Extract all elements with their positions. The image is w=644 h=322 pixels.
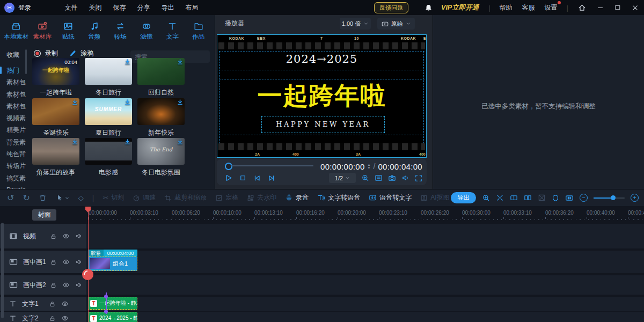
- maximize-button[interactable]: [614, 4, 621, 11]
- tab-stickers[interactable]: 贴纸: [56, 21, 80, 41]
- record-button[interactable]: 录制: [33, 49, 58, 58]
- overlay-main-text[interactable]: 一起跨年啦: [217, 79, 426, 113]
- keyframe-button[interactable]: ◇: [78, 194, 84, 202]
- download-icon[interactable]: [177, 99, 184, 106]
- category-item[interactable]: 素材包: [0, 76, 28, 88]
- material-card[interactable]: 冬日旅行: [85, 58, 132, 97]
- pip-clip-group1[interactable]: 组合1: [88, 257, 137, 271]
- category-hot[interactable]: 热门: [0, 64, 28, 76]
- link-keyframe-dot[interactable]: [104, 295, 108, 298]
- display-mode-icon[interactable]: [375, 174, 383, 182]
- download-icon[interactable]: [177, 138, 184, 145]
- mute-icon[interactable]: [75, 281, 83, 289]
- download-icon[interactable]: [124, 138, 131, 145]
- shield-icon[interactable]: [552, 194, 559, 202]
- track-header-pip1[interactable]: 画中画1: [0, 251, 86, 273]
- home-button[interactable]: [578, 4, 586, 12]
- category-item[interactable]: 精美片: [0, 124, 28, 136]
- material-card[interactable]: SUMMER 夏日旅行: [85, 98, 132, 137]
- notification-bell-icon[interactable]: [425, 4, 433, 12]
- menu-layout[interactable]: 布局: [180, 3, 204, 12]
- login-button[interactable]: 登录: [18, 3, 31, 12]
- category-item[interactable]: 素材包: [0, 100, 28, 112]
- cover-button[interactable]: 封面: [32, 209, 56, 221]
- speech-to-text-tool[interactable]: 语音转文字: [369, 193, 412, 202]
- seek-track[interactable]: [231, 165, 313, 166]
- eye-icon[interactable]: [61, 314, 69, 322]
- previous-frame-button[interactable]: [253, 174, 261, 182]
- redo-button[interactable]: ↻: [23, 193, 30, 203]
- category-item[interactable]: 搞笑素: [0, 172, 28, 184]
- download-icon[interactable]: [71, 99, 78, 106]
- text-clip-2[interactable]: T 2024→2025 - 静态: [88, 312, 137, 322]
- close-button[interactable]: [632, 4, 639, 11]
- zoom-slider-handle[interactable]: [611, 195, 616, 200]
- tab-local-media[interactable]: 本地素材: [4, 21, 28, 41]
- tab-audio[interactable]: 音频: [82, 21, 107, 41]
- fit-to-screen-icon[interactable]: [496, 194, 504, 202]
- fullscreen-icon[interactable]: [415, 174, 422, 182]
- menu-close[interactable]: 关闭: [83, 3, 107, 12]
- tab-filters[interactable]: 滤镜: [134, 21, 159, 41]
- category-item[interactable]: 转场片: [0, 160, 28, 172]
- undo-button[interactable]: ↺: [7, 193, 14, 203]
- ruler-minor-ticks[interactable]: [88, 219, 644, 220]
- menu-share[interactable]: 分享: [131, 3, 156, 12]
- menu-export[interactable]: 导出: [156, 3, 180, 12]
- category-item[interactable]: 背景素: [0, 136, 28, 148]
- volume-icon[interactable]: [401, 174, 409, 182]
- material-card[interactable]: 角落里的故事: [32, 138, 79, 177]
- material-card[interactable]: 回归自然: [137, 58, 185, 97]
- link-keyframe-dot[interactable]: [104, 310, 108, 313]
- track-header-text1[interactable]: 文字1: [0, 297, 86, 311]
- minimize-button[interactable]: [597, 4, 604, 11]
- menu-file[interactable]: 文件: [59, 3, 83, 12]
- track-header-pip2[interactable]: 画中画2: [0, 275, 86, 295]
- lock-icon[interactable]: [50, 282, 57, 289]
- timeline-zoom-slider[interactable]: [594, 197, 625, 199]
- text-to-speech-tool[interactable]: 文字转语音: [317, 193, 360, 202]
- track-header-text2[interactable]: 文字2: [0, 312, 86, 322]
- current-timecode[interactable]: 00:00:00:00: [320, 162, 365, 171]
- mute-icon[interactable]: [75, 232, 83, 240]
- download-icon[interactable]: [124, 99, 131, 106]
- download-icon[interactable]: [71, 138, 78, 145]
- lock-icon[interactable]: [50, 259, 57, 266]
- timeline-zoom-icon[interactable]: [482, 194, 490, 202]
- menu-save[interactable]: 保存: [107, 3, 131, 12]
- eye-icon[interactable]: [62, 281, 70, 289]
- auto-fit-icon[interactable]: [565, 194, 574, 202]
- lock-icon[interactable]: [49, 301, 56, 308]
- vip-upgrade-button[interactable]: VIP立即开通: [441, 3, 479, 12]
- help-button[interactable]: 帮助: [500, 3, 513, 12]
- stop-button[interactable]: [239, 174, 247, 182]
- material-card[interactable]: 电影感: [85, 138, 132, 177]
- eye-icon[interactable]: [61, 300, 69, 308]
- zoom-out-button[interactable]: −: [580, 194, 588, 202]
- mute-icon[interactable]: [75, 258, 83, 266]
- material-card[interactable]: 圣诞快乐: [32, 98, 79, 137]
- playhead-knob[interactable]: [82, 269, 93, 280]
- eye-icon[interactable]: [62, 258, 70, 266]
- speed-dropdown[interactable]: 1.00 倍: [340, 18, 371, 30]
- snapshot-camera-icon[interactable]: [388, 174, 396, 182]
- record-audio-tool[interactable]: 录音: [285, 193, 309, 202]
- category-item[interactable]: 视频素: [0, 112, 28, 124]
- doodle-button[interactable]: 涂鸦: [69, 49, 93, 58]
- overlay-sub-text[interactable]: HAPPY NEW YEAR: [261, 116, 385, 133]
- timecode-stepper[interactable]: ▲▼: [368, 164, 371, 170]
- select-tool-dropdown[interactable]: [55, 194, 70, 202]
- feedback-button[interactable]: 反馈问题: [374, 2, 408, 13]
- category-item[interactable]: 素材包: [0, 89, 28, 100]
- lock-icon[interactable]: [50, 233, 57, 240]
- split-view-icon[interactable]: [510, 194, 518, 202]
- download-icon[interactable]: [177, 58, 184, 65]
- playhead-line[interactable]: [88, 207, 89, 322]
- timeline-scrollbar[interactable]: [1, 223, 4, 318]
- track-header-video[interactable]: 视频: [0, 224, 86, 248]
- tab-projects[interactable]: 作品: [186, 21, 211, 41]
- text-clip-1[interactable]: T 一起跨年啦 - 静态: [88, 297, 137, 310]
- support-button[interactable]: 客服: [522, 3, 535, 12]
- seek-handle[interactable]: [225, 163, 232, 170]
- zoom-fit-icon[interactable]: [361, 174, 369, 182]
